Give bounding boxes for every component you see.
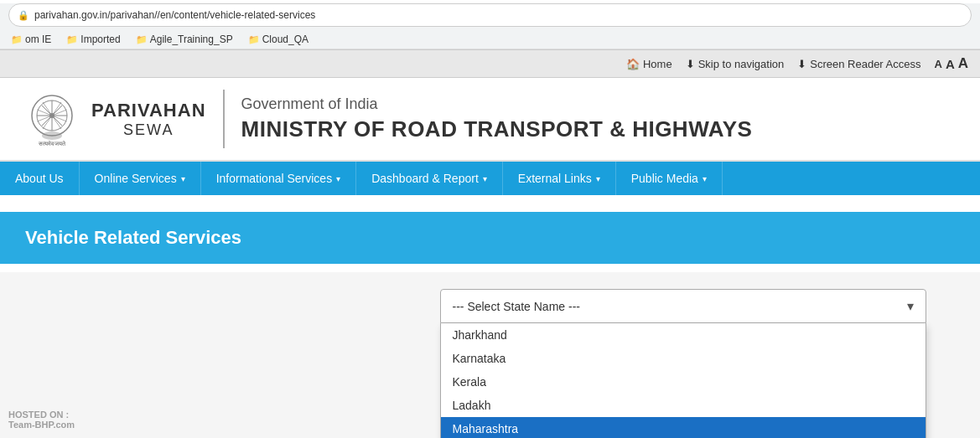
skip-nav-label: Skip to navigation (698, 58, 785, 70)
state-select-header[interactable]: --- Select State Name --- ▾ (440, 289, 926, 323)
address-text: parivahan.gov.in/parivahan//en/content/v… (34, 9, 315, 21)
bookmark-label-from-ie: om IE (25, 33, 51, 45)
bookmark-item[interactable]: 📁 Imported (62, 32, 124, 47)
nav-label-external-links: External Links (518, 172, 592, 185)
nav-item-dashboard-report[interactable]: Dashboard & Report ▾ (356, 162, 503, 195)
state-option-jharkhand[interactable]: Jharkhand (441, 323, 926, 347)
gov-of-india: Government of India (241, 95, 753, 113)
chevron-down-icon: ▾ (336, 174, 340, 183)
page-title-banner: Vehicle Related Services (0, 212, 980, 264)
header-divider (223, 90, 225, 148)
screen-reader-link[interactable]: ⬇ Screen Reader Access (797, 58, 920, 70)
nav-label-dashboard-report: Dashboard & Report (371, 172, 479, 185)
logo-text: PARIVAHAN SEWA (91, 100, 206, 139)
state-option-maharashtra[interactable]: Maharashtra (441, 417, 926, 438)
skip-nav-icon: ⬇ (686, 58, 695, 70)
home-label: Home (643, 58, 672, 70)
bookmark-item[interactable]: 📁 om IE (7, 32, 55, 47)
bookmark-item[interactable]: 📁 Agile_Training_SP (132, 32, 237, 47)
nav-item-informational-services[interactable]: Informational Services ▾ (201, 162, 357, 195)
bookmark-item[interactable]: 📁 Cloud_QA (244, 32, 313, 47)
govt-text: Government of India MINISTRY OF ROAD TRA… (241, 95, 753, 142)
state-dropdown: Jharkhand Karnataka Kerala Ladakh Mahara… (440, 323, 926, 438)
font-size-normal[interactable]: A (934, 58, 941, 70)
nav-label-about-us: About Us (15, 172, 64, 185)
parivahan-title: PARIVAHAN (91, 100, 206, 121)
ashoka-emblem: सत्यमेव जयते (25, 92, 80, 147)
screen-reader-label: Screen Reader Access (810, 58, 920, 70)
nav-item-online-services[interactable]: Online Services ▾ (80, 162, 201, 195)
watermark-line1: HOSTED ON : (8, 410, 75, 420)
main-navigation: About Us Online Services ▾ Informational… (0, 162, 980, 195)
svg-point-11 (42, 131, 62, 140)
chevron-down-icon: ▾ (483, 174, 487, 183)
nav-item-external-links[interactable]: External Links ▾ (503, 162, 616, 195)
chevron-down-icon: ▾ (907, 298, 914, 314)
state-option-kerala[interactable]: Kerala (441, 370, 926, 394)
font-controls: A A A (934, 55, 968, 72)
content-area: --- Select State Name --- ▾ Jharkhand Ka… (0, 272, 980, 438)
bookmark-folder-icon: 📁 (136, 34, 148, 45)
bookmark-folder-icon: 📁 (11, 34, 23, 45)
logo-section: सत्यमेव जयते PARIVAHAN SEWA (25, 92, 206, 147)
site-header: सत्यमेव जयते PARIVAHAN SEWA Government o… (0, 78, 980, 162)
home-icon: 🏠 (626, 58, 640, 70)
state-option-ladakh[interactable]: Ladakh (441, 394, 926, 417)
bookmark-folder-icon: 📁 (248, 34, 260, 45)
state-option-karnataka[interactable]: Karnataka (441, 347, 926, 370)
bookmarks-bar: 📁 om IE 📁 Imported 📁 Agile_Training_SP 📁… (0, 30, 980, 49)
utility-bar: 🏠 Home ⬇ Skip to navigation ⬇ Screen Rea… (0, 50, 980, 78)
home-link[interactable]: 🏠 Home (626, 58, 672, 70)
chevron-down-icon: ▾ (181, 174, 185, 183)
state-dropdown-scroll[interactable]: Jharkhand Karnataka Kerala Ladakh Mahara… (441, 323, 926, 438)
nav-item-about-us[interactable]: About Us (0, 162, 80, 195)
chevron-down-icon: ▾ (703, 174, 707, 183)
page-title: Vehicle Related Services (25, 227, 955, 249)
font-size-large[interactable]: A (958, 55, 968, 72)
watermark-line2: Team-BHP.com (8, 420, 75, 430)
chevron-down-icon: ▾ (596, 174, 600, 183)
bookmark-label-agile: Agile_Training_SP (150, 33, 233, 45)
lock-icon: 🔒 (18, 10, 29, 21)
bookmark-label-imported: Imported (80, 33, 120, 45)
state-select-container: --- Select State Name --- ▾ Jharkhand Ka… (440, 289, 926, 438)
bookmark-label-cloud: Cloud_QA (262, 33, 309, 45)
sewa-title: SEWA (91, 121, 206, 139)
skip-nav-link[interactable]: ⬇ Skip to navigation (686, 58, 785, 70)
nav-label-public-media: Public Media (631, 172, 698, 185)
address-bar[interactable]: 🔒 parivahan.gov.in/parivahan//en/content… (8, 3, 972, 27)
state-select-placeholder: --- Select State Name --- (453, 300, 580, 313)
font-size-medium[interactable]: A (946, 57, 955, 71)
watermark: HOSTED ON : Team-BHP.com (8, 410, 75, 430)
screen-reader-icon: ⬇ (797, 58, 806, 70)
browser-chrome: 🔒 parivahan.gov.in/parivahan//en/content… (0, 3, 980, 50)
ministry-name: MINISTRY OF ROAD TRANSPORT & HIGHWAYS (241, 116, 753, 142)
nav-item-public-media[interactable]: Public Media ▾ (616, 162, 723, 195)
svg-text:सत्यमेव जयते: सत्यमेव जयते (38, 140, 67, 147)
bookmark-folder-icon: 📁 (66, 34, 78, 45)
nav-label-online-services: Online Services (95, 172, 177, 185)
nav-label-informational-services: Informational Services (216, 172, 333, 185)
